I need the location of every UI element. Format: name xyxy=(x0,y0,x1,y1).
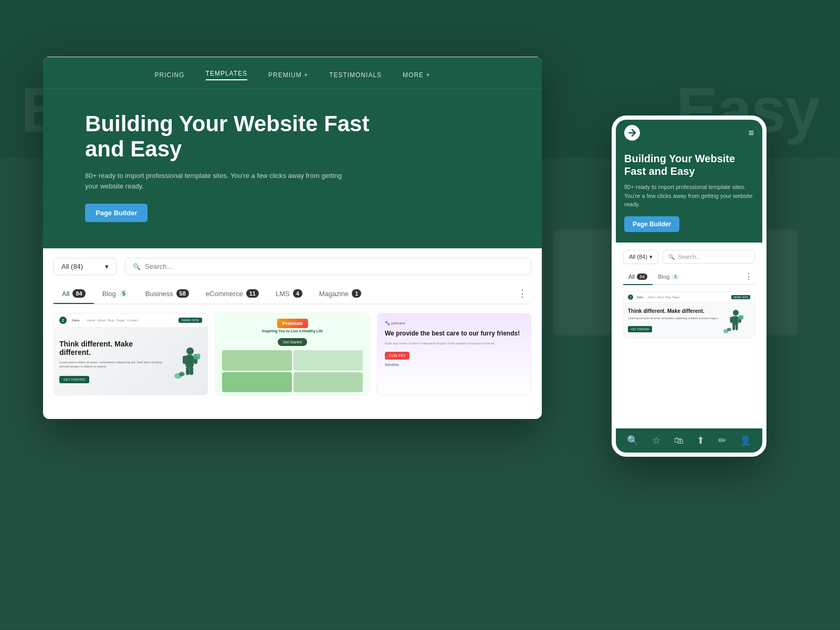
mobile-tmpl-text: Think different. Make different. Lorem i… xyxy=(628,308,718,332)
mobile-logo xyxy=(624,125,640,141)
petcare-services: Services xyxy=(385,363,523,366)
tabs-row: All 84 Blog 5 Business 58 eCommerce 11 L… xyxy=(54,284,531,304)
category-dropdown[interactable]: All (84) ▾ xyxy=(54,258,117,275)
nav-premium[interactable]: PREMIUM + xyxy=(268,71,308,79)
zaira-logo: Z xyxy=(59,317,67,324)
mobile-dropdown-arrow-icon: ▾ xyxy=(649,254,653,260)
mobile-tab-blog[interactable]: Blog 5 xyxy=(653,269,685,285)
nav-more[interactable]: MORE + xyxy=(403,71,430,79)
page-builder-button[interactable]: Page Builder xyxy=(85,204,148,222)
mobile-mockup: ≡ Building Your Website Fast and Easy 80… xyxy=(612,116,766,457)
health-photo-3 xyxy=(222,372,292,393)
mobile-bottom-search-icon[interactable]: 🔍 xyxy=(627,435,638,446)
health-photo-2 xyxy=(293,350,363,371)
health-photos xyxy=(222,350,363,392)
mobile-tmpl-site-name: Zaira xyxy=(637,296,643,299)
mobile-bottom-cart-icon[interactable]: 🛍 xyxy=(674,435,684,446)
mobile-tmpl-nav-links: HomeAboutBlogPages xyxy=(648,296,680,299)
mobile-templates-area: All (84) ▾ 🔍 Search... All 84 Blog 5 ⋮ Z xyxy=(616,243,762,338)
template-card-zaira[interactable]: Z Zaira HomeAboutBlogPagesContact DEMO S… xyxy=(54,313,208,395)
mobile-tab-blog-label: Blog xyxy=(658,274,669,280)
svg-rect-5 xyxy=(190,367,193,375)
hero-subtitle: 80+ ready to import professional templat… xyxy=(85,171,348,193)
person-svg xyxy=(171,343,202,380)
petcare-text: Nulla quis lorem ut libero malesuada feu… xyxy=(385,341,523,345)
desktop-mockup: PRICING TEMPLATES PREMIUM + TESTIMONIALS… xyxy=(43,57,542,419)
svg-rect-1 xyxy=(185,355,194,368)
mobile-tmpl-cta: GET STARTED xyxy=(628,326,652,332)
template-card-health[interactable]: Premium Inspiring You to Live a Healthy … xyxy=(215,313,370,395)
mobile-bottom-bar: 🔍 ☆ 🛍 ⬆ ✏ 👤 xyxy=(616,428,762,453)
tab-magazine[interactable]: Magazine 1 xyxy=(311,284,370,304)
health-photo-4 xyxy=(293,372,363,393)
petcare-cta: OUR PET xyxy=(385,352,410,360)
mobile-tmpl-logo: Z xyxy=(628,295,633,300)
health-photo-1 xyxy=(222,350,292,371)
tab-blog-label: Blog xyxy=(102,290,116,298)
tab-business[interactable]: Business 58 xyxy=(137,284,197,304)
nav-pricing[interactable]: PRICING xyxy=(155,71,185,79)
tab-magazine-label: Magazine xyxy=(319,290,349,298)
mobile-category-dropdown[interactable]: All (84) ▾ xyxy=(623,250,658,264)
zaira-nav-links: HomeAboutBlogPagesContact xyxy=(87,319,138,322)
tab-lms[interactable]: LMS 4 xyxy=(267,284,311,304)
template-petcare-preview: 🐾 petcare We provide the best care to ou… xyxy=(377,313,531,395)
mobile-page-builder-button[interactable]: Page Builder xyxy=(624,216,679,232)
tab-blog[interactable]: Blog 5 xyxy=(94,284,137,304)
search-box[interactable]: 🔍 xyxy=(125,258,531,275)
zaira-title: Think different. Make different. xyxy=(59,340,165,358)
svg-rect-4 xyxy=(186,367,190,375)
mobile-bottom-star-icon[interactable]: ☆ xyxy=(652,435,660,446)
mobile-bottom-edit-icon[interactable]: ✏ xyxy=(718,435,726,446)
svg-rect-16 xyxy=(733,324,736,330)
mobile-menu-icon[interactable]: ≡ xyxy=(748,128,754,139)
mobile-template-card[interactable]: Z Zaira HomeAboutBlogPages DEMO SITE Thi… xyxy=(623,291,755,338)
mobile-logo-svg xyxy=(627,128,637,138)
health-cta-wrapper: Get Started xyxy=(222,336,363,346)
health-cta: Get Started xyxy=(278,338,307,346)
svg-rect-18 xyxy=(739,315,744,319)
mobile-search-box[interactable]: 🔍 Search... xyxy=(663,250,755,264)
tab-all[interactable]: All 84 xyxy=(54,284,94,304)
mobile-tab-all-label: All xyxy=(628,274,635,280)
mobile-bottom-user-icon[interactable]: 👤 xyxy=(740,435,751,446)
zaira-illustration xyxy=(171,343,202,380)
mobile-tmpl-illustration xyxy=(722,307,743,333)
premium-badge: Premium xyxy=(277,319,308,328)
mobile-tmpl-title: Think different. Make different. xyxy=(628,308,718,314)
tab-business-label: Business xyxy=(145,290,173,298)
tab-ecommerce[interactable]: eCommerce 11 xyxy=(197,284,267,304)
template-card-petcare[interactable]: 🐾 petcare We provide the best care to ou… xyxy=(377,313,531,395)
tabs-more-icon[interactable]: ⋮ xyxy=(513,284,531,303)
mobile-search-placeholder: Search... xyxy=(678,254,701,260)
hero-title: Building Your Website Fast and Easy xyxy=(85,111,400,162)
mobile-bottom-share-icon[interactable]: ⬆ xyxy=(697,435,705,446)
zaira-text: Think different. Make different. Lorem i… xyxy=(59,340,165,383)
petcare-logo: 🐾 petcare xyxy=(385,321,523,326)
svg-point-20 xyxy=(727,328,731,331)
svg-rect-15 xyxy=(730,317,733,322)
tab-ecommerce-label: eCommerce xyxy=(206,290,243,298)
svg-point-0 xyxy=(186,348,194,355)
mobile-hero-title: Building Your Website Fast and Easy xyxy=(624,152,754,177)
mobile-tmpl-body-text: Lorem ipsum dolor sit amet, consectetur … xyxy=(628,317,718,320)
mobile-tab-all[interactable]: All 84 xyxy=(623,269,653,285)
tab-business-badge: 58 xyxy=(176,289,189,298)
mobile-hero: Building Your Website Fast and Easy 80+ … xyxy=(616,144,762,243)
mobile-search-icon: 🔍 xyxy=(668,254,675,260)
petcare-title: We provide the best care to our furry fr… xyxy=(385,330,523,338)
mobile-status-bar: ≡ xyxy=(616,120,762,144)
hero-section: Building Your Website Fast and Easy 80+ … xyxy=(43,89,542,248)
nav-templates[interactable]: TEMPLATES xyxy=(206,70,247,80)
search-icon: 🔍 xyxy=(133,263,141,270)
mobile-tabs-more-icon[interactable]: ⋮ xyxy=(742,269,755,284)
nav-testimonials[interactable]: TESTIMONIALS xyxy=(329,71,382,79)
tab-magazine-badge: 1 xyxy=(352,289,361,298)
tab-lms-label: LMS xyxy=(276,290,290,298)
templates-grid: Z Zaira HomeAboutBlogPagesContact DEMO S… xyxy=(54,313,531,395)
website-content: PRICING TEMPLATES PREMIUM + TESTIMONIALS… xyxy=(43,57,542,419)
zaira-body-text: Lorem ipsum dolor sit amet, consectetur … xyxy=(59,360,165,369)
zaira-nav: Z Zaira HomeAboutBlogPagesContact DEMO S… xyxy=(54,313,207,328)
search-input[interactable] xyxy=(145,262,523,270)
svg-point-8 xyxy=(179,372,185,376)
